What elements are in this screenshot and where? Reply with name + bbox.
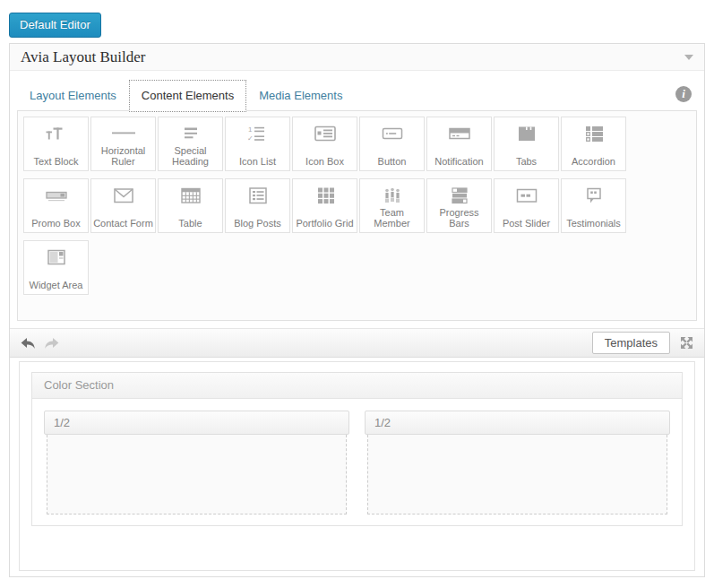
default-editor-button[interactable]: Default Editor xyxy=(9,13,101,38)
element-button-special-heading[interactable]: Special Heading xyxy=(158,117,223,171)
testimonials-icon xyxy=(562,185,625,206)
notification-icon xyxy=(427,123,491,144)
toolbar-right-group: Templates xyxy=(592,332,694,354)
element-button-button[interactable]: Button xyxy=(359,117,425,171)
element-button-icon-box[interactable]: Icon Box xyxy=(292,117,357,171)
color-section-body: 1/2 1/2 xyxy=(32,399,682,525)
color-section-title: Color Section xyxy=(44,378,114,392)
panel-collapse-icon[interactable] xyxy=(684,55,693,60)
portfolio-grid-icon xyxy=(293,185,357,206)
icon-list-icon: 1✓ xyxy=(226,123,289,144)
undo-icon[interactable] xyxy=(20,336,36,350)
tab-content-elements[interactable]: Content Elements xyxy=(129,80,246,112)
tab-bar: Layout ElementsContent ElementsMedia Ele… xyxy=(17,80,697,110)
element-button-table[interactable]: Table xyxy=(158,178,223,233)
svg-text:1: 1 xyxy=(248,125,253,134)
table-icon xyxy=(159,185,222,206)
element-button-notification[interactable]: Notification xyxy=(426,117,492,171)
element-button-testimonials[interactable]: Testimonials xyxy=(561,178,626,233)
redo-icon[interactable] xyxy=(44,336,60,350)
color-section: Color Section 1/2 1/2 xyxy=(31,372,683,526)
contact-form-icon xyxy=(91,185,155,206)
tabs-icon xyxy=(495,123,558,144)
element-button-horizontal-ruler[interactable]: Horizontal Ruler xyxy=(90,117,156,171)
builder-canvas[interactable]: Color Section 1/2 1/2 xyxy=(19,361,695,571)
column-header[interactable]: 1/2 xyxy=(44,411,349,435)
element-button-team-member[interactable]: Team Member xyxy=(359,178,425,233)
element-button-post-slider[interactable]: Post Slider xyxy=(494,178,559,233)
column-size-label: 1/2 xyxy=(54,416,70,429)
element-button-portfolio-grid[interactable]: Portfolio Grid xyxy=(292,178,357,233)
column-size-label: 1/2 xyxy=(374,416,391,429)
column-one-half-2: 1/2 xyxy=(365,411,670,514)
color-section-header[interactable]: Color Section xyxy=(32,373,682,399)
tab-media-elements[interactable]: Media Elements xyxy=(246,80,355,112)
element-button-promo-box[interactable]: Promo Box xyxy=(23,178,89,233)
element-grid: Text Block Horizontal Ruler Special Head… xyxy=(17,110,697,321)
post-slider-icon xyxy=(495,185,558,206)
info-icon[interactable]: i xyxy=(675,86,692,102)
button-icon xyxy=(360,123,424,144)
element-button-widget-area[interactable]: Widget Area xyxy=(23,240,89,295)
element-button-icon-list[interactable]: 1✓ Icon List xyxy=(225,117,290,171)
text-block-icon xyxy=(24,123,88,144)
templates-button[interactable]: Templates xyxy=(592,332,670,354)
element-button-accordion[interactable]: Accordion xyxy=(561,117,626,171)
accordion-icon xyxy=(562,123,625,144)
column-drop-area[interactable] xyxy=(47,435,347,514)
column-header[interactable]: 1/2 xyxy=(365,411,670,435)
blog-posts-icon xyxy=(226,185,289,206)
element-button-contact-form[interactable]: Contact Form xyxy=(90,178,156,233)
tab-layout-elements[interactable]: Layout Elements xyxy=(17,80,129,112)
progress-bars-icon xyxy=(427,185,491,206)
element-button-progress-bars[interactable]: Progress Bars xyxy=(426,178,492,233)
horizontal-ruler-icon xyxy=(91,123,155,144)
promo-box-icon xyxy=(24,185,88,206)
element-button-text-block[interactable]: Text Block xyxy=(23,117,89,171)
column-drop-area[interactable] xyxy=(367,435,667,514)
svg-text:✓: ✓ xyxy=(247,134,254,143)
fullscreen-icon[interactable] xyxy=(679,335,694,350)
page-title: Avia Layout Builder xyxy=(21,48,145,66)
icon-box-icon xyxy=(293,123,357,144)
avia-layout-builder-panel: Avia Layout Builder Layout ElementsConte… xyxy=(9,43,705,577)
special-heading-icon xyxy=(159,123,222,144)
widget-area-icon xyxy=(24,246,88,268)
panel-header: Avia Layout Builder xyxy=(10,44,704,71)
team-member-icon xyxy=(360,185,424,206)
column-one-half-1: 1/2 xyxy=(44,411,349,514)
element-button-blog-posts[interactable]: Blog Posts xyxy=(225,178,290,233)
element-button-tabs[interactable]: Tabs xyxy=(494,117,559,171)
builder-toolbar: Templates xyxy=(10,328,704,358)
